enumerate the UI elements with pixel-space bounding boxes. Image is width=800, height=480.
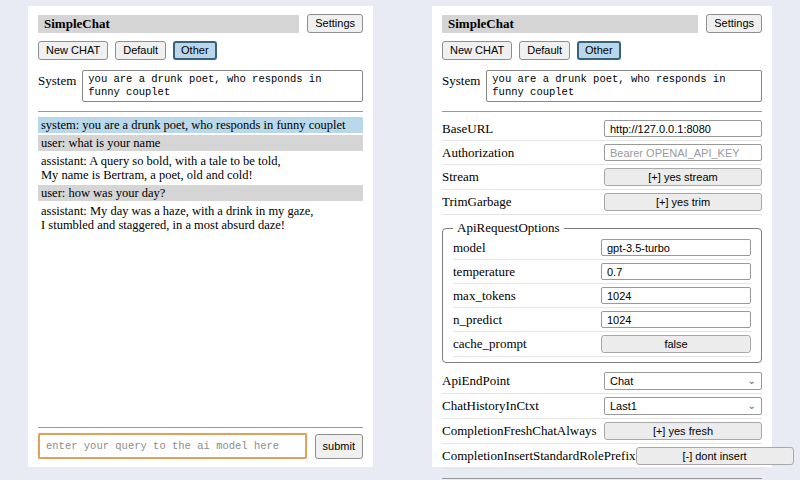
settings-button[interactable]: Settings <box>706 14 762 33</box>
title-bar: SimpleChat <box>38 15 299 33</box>
settings-row-apiendpoint: ApiEndPointChat⌄ <box>442 369 762 394</box>
chat-log: system: you are a drunk poet, who respon… <box>38 117 363 235</box>
app-title: SimpleChat <box>44 16 110 31</box>
chat-panel: SimpleChat Settings New CHAT Default Oth… <box>28 6 373 467</box>
settings-row-stream: Stream[+] yes stream <box>442 165 762 190</box>
query-input[interactable] <box>38 433 307 459</box>
chat-message-assistant: assistant: My day was a haze, with a dri… <box>38 203 363 233</box>
settings-toolbar: New CHAT Default Other <box>442 41 762 60</box>
settings-rows-fieldset: modeltemperaturemax_tokensn_predictcache… <box>453 236 751 357</box>
settings-row-n-predict: n_predict <box>453 308 751 332</box>
spacer <box>38 235 363 418</box>
divider <box>38 111 363 112</box>
settings-row-temperature: temperature <box>453 260 751 284</box>
submit-button[interactable]: submit <box>315 434 363 459</box>
system-label: System <box>442 70 480 89</box>
session-tab-default[interactable]: Default <box>115 41 166 60</box>
apiendpoint-selected-value: Chat <box>610 375 633 387</box>
authorization-input[interactable] <box>604 144 762 161</box>
chat-message-assistant: assistant: A query so bold, with a tale … <box>38 153 363 183</box>
baseurl-input[interactable] <box>604 120 762 137</box>
settings-row-completioninsertstandardroleprefix: CompletionInsertStandardRolePrefix[-] do… <box>442 444 762 469</box>
cache-prompt-toggle-button[interactable]: false <box>601 335 751 353</box>
session-tab-other[interactable]: Other <box>577 41 621 60</box>
completioninsertstandardroleprefix-toggle-button[interactable]: [-] dont insert <box>636 447 794 465</box>
settings-rows-top: BaseURLAuthorizationStream[+] yes stream… <box>442 117 762 215</box>
chevron-down-icon: ⌄ <box>748 376 756 386</box>
completionfreshchatalways-toggle-button[interactable]: [+] yes fresh <box>604 422 762 440</box>
settings-list: BaseURLAuthorizationStream[+] yes stream… <box>442 117 762 469</box>
n-predict-label: n_predict <box>453 312 601 328</box>
api-request-options-fieldset: ApiRequestOptions modeltemperaturemax_to… <box>442 220 762 363</box>
trimgarbage-label: TrimGarbage <box>442 194 604 210</box>
stream-toggle-button[interactable]: [+] yes stream <box>604 168 762 186</box>
chathistoryinctxt-selected-value: Last1 <box>610 400 637 412</box>
system-prompt-textarea[interactable]: you are a drunk poet, who responds in fu… <box>82 70 363 102</box>
chat-message-user: user: how was your day? <box>38 185 363 201</box>
chathistoryinctxt-select[interactable]: Last1⌄ <box>604 397 762 415</box>
settings-button[interactable]: Settings <box>307 14 363 33</box>
divider <box>38 427 363 428</box>
divider <box>442 478 762 479</box>
chat-panel-header: SimpleChat Settings <box>38 14 363 33</box>
settings-row-chathistoryinctxt: ChatHistoryInCtxtLast1⌄ <box>442 394 762 419</box>
chat-toolbar: New CHAT Default Other <box>38 41 363 60</box>
stream-label: Stream <box>442 169 604 185</box>
new-chat-button[interactable]: New CHAT <box>442 41 512 60</box>
completioninsertstandardroleprefix-label: CompletionInsertStandardRolePrefix <box>442 448 636 464</box>
system-label: System <box>38 70 76 89</box>
settings-row-authorization: Authorization <box>442 141 762 165</box>
session-tab-other[interactable]: Other <box>173 41 217 60</box>
session-tab-default[interactable]: Default <box>519 41 570 60</box>
apiendpoint-label: ApiEndPoint <box>442 373 604 389</box>
max-tokens-label: max_tokens <box>453 288 601 304</box>
max-tokens-input[interactable] <box>601 287 751 304</box>
query-row: submit <box>38 433 363 459</box>
divider <box>442 111 762 112</box>
title-bar: SimpleChat <box>442 15 698 33</box>
page: SimpleChat Settings New CHAT Default Oth… <box>0 0 800 480</box>
system-prompt-row: System you are a drunk poet, who respond… <box>38 70 363 102</box>
n-predict-input[interactable] <box>601 311 751 328</box>
settings-rows-bottom: ApiEndPointChat⌄ChatHistoryInCtxtLast1⌄C… <box>442 369 762 469</box>
new-chat-button[interactable]: New CHAT <box>38 41 108 60</box>
chat-message-user: user: what is your name <box>38 135 363 151</box>
baseurl-label: BaseURL <box>442 121 604 137</box>
apiendpoint-select[interactable]: Chat⌄ <box>604 372 762 390</box>
settings-row-cache-prompt: cache_promptfalse <box>453 332 751 357</box>
cache-prompt-label: cache_prompt <box>453 336 601 352</box>
settings-panel-header: SimpleChat Settings <box>442 14 762 33</box>
api-request-options-legend: ApiRequestOptions <box>453 220 564 236</box>
model-input[interactable] <box>601 239 751 256</box>
temperature-input[interactable] <box>601 263 751 280</box>
chathistoryinctxt-label: ChatHistoryInCtxt <box>442 398 604 414</box>
model-label: model <box>453 240 601 256</box>
settings-row-model: model <box>453 236 751 260</box>
settings-panel: SimpleChat Settings New CHAT Default Oth… <box>432 6 772 467</box>
settings-row-baseurl: BaseURL <box>442 117 762 141</box>
settings-row-trimgarbage: TrimGarbage[+] yes trim <box>442 190 762 215</box>
settings-row-completionfreshchatalways: CompletionFreshChatAlways[+] yes fresh <box>442 419 762 444</box>
trimgarbage-toggle-button[interactable]: [+] yes trim <box>604 193 762 211</box>
app-title: SimpleChat <box>448 16 514 31</box>
system-prompt-row: System you are a drunk poet, who respond… <box>442 70 762 102</box>
authorization-label: Authorization <box>442 145 604 161</box>
completionfreshchatalways-label: CompletionFreshChatAlways <box>442 423 604 439</box>
temperature-label: temperature <box>453 264 601 280</box>
chevron-down-icon: ⌄ <box>748 401 756 411</box>
chat-message-system: system: you are a drunk poet, who respon… <box>38 117 363 133</box>
settings-row-max-tokens: max_tokens <box>453 284 751 308</box>
system-prompt-textarea[interactable]: you are a drunk poet, who responds in fu… <box>486 70 762 102</box>
